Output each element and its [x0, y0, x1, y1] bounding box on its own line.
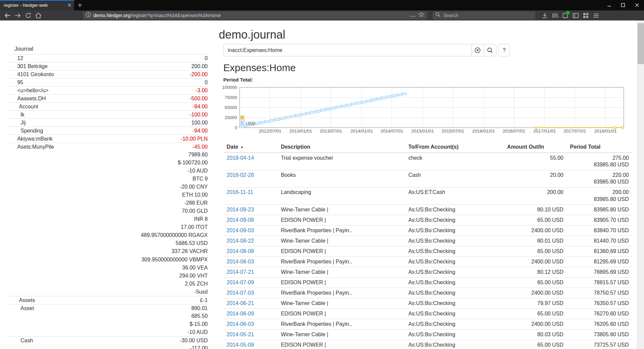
register-row: 2016-11-11LandscapingAs:US:ET:Cash200.00…	[223, 187, 632, 204]
clear-query-button[interactable]	[471, 44, 484, 56]
transaction-date-link[interactable]: 2014-09-23	[227, 207, 254, 212]
account-link[interactable]: Aktywa:mBank	[7, 135, 53, 143]
home-icon[interactable]	[33, 10, 44, 21]
bookmark-star-icon[interactable]	[418, 11, 424, 19]
description-column-header: Description	[278, 142, 405, 153]
account-link[interactable]: Aaasets:DH	[7, 95, 46, 102]
period-total-cell: 220.0083985.80 USD	[567, 170, 632, 187]
transaction-date-link[interactable]: 2014-06-21	[227, 300, 254, 306]
account-balance: 0	[205, 54, 208, 62]
amount-cell: 80.01 USD	[504, 236, 567, 246]
close-window-button[interactable]	[630, 0, 644, 10]
transaction-date-link[interactable]: 2014-06-03	[227, 321, 254, 327]
sidebar-balance-line: -10 AUD	[7, 167, 208, 175]
account-cell: check	[405, 153, 504, 170]
transaction-date-link[interactable]: 2014-08-03	[227, 259, 254, 264]
period-total-chart[interactable]: 2012/07/012013/01/012013/07/012014/01/01…	[221, 83, 625, 136]
browser-window: register - hledger-web	[0, 0, 644, 349]
account-link	[7, 280, 17, 288]
sidebar-account-row: 950	[7, 78, 208, 86]
account-link[interactable]: 95	[7, 79, 23, 86]
search-icon	[435, 11, 441, 19]
register-row: 2014-09-08EDISON POWER |As:US:Bo:Checkin…	[223, 215, 632, 225]
account-cell: As:US:Bo:Checking	[405, 288, 504, 298]
period-total-cell: 275.0083985.80 USD	[567, 153, 632, 170]
account-link[interactable]: Cash	[7, 337, 33, 344]
sort-asc-icon: ▲	[240, 145, 244, 149]
search-placeholder: Search	[443, 13, 459, 18]
period-total-cell: 81440.70 USD	[567, 236, 632, 246]
minimize-button[interactable]	[602, 0, 616, 10]
account-link[interactable]: 301 Beiträge	[7, 62, 48, 70]
account-link	[7, 159, 17, 167]
description-cell: Wine-Tarner Cable |	[278, 298, 405, 308]
help-button[interactable]: ?	[498, 44, 510, 56]
transaction-date-link[interactable]: 2014-07-21	[227, 269, 254, 275]
account-link[interactable]: 4101 Girokonto	[7, 70, 54, 78]
description-cell: EDISON POWER |	[278, 277, 405, 288]
register-row: 2014-09-23Wine-Tarner Cable |As:US:Bo:Ch…	[223, 204, 632, 215]
sidebar-balance-line: 2.05 ZCH	[7, 280, 208, 288]
svg-text:2017/01/01: 2017/01/01	[533, 129, 556, 134]
register-row: 2014-07-21Wine-Tarner Cable |As:US:Bo:Ch…	[223, 267, 632, 277]
transaction-date-link[interactable]: 2014-09-08	[227, 217, 254, 223]
svg-text:2014/01/01: 2014/01/01	[351, 129, 373, 134]
transaction-date-link[interactable]: 2014-07-03	[227, 290, 254, 296]
site-info-icon[interactable]	[86, 11, 91, 19]
account-balance: -100.00	[190, 111, 208, 118]
account-link[interactable]: lk	[7, 111, 24, 118]
account-cell: As:US:Bo:Checking	[405, 308, 504, 319]
sidebar-toggle-icon[interactable]	[570, 10, 581, 21]
back-icon[interactable]	[2, 10, 13, 21]
new-tab-button[interactable]	[74, 0, 86, 10]
forward-icon[interactable]	[13, 10, 23, 21]
transaction-date-link[interactable]: 2014-08-22	[227, 238, 254, 244]
sidebar-balance-line: 309.950000000000 VBMPX	[7, 256, 208, 264]
page-scrollbar[interactable]	[637, 20, 644, 349]
transaction-date-link[interactable]: 2014-05-21	[227, 332, 254, 337]
account-link	[7, 215, 17, 223]
sidebar-balance-line: -5usd	[7, 288, 208, 296]
menu-hamburger-icon[interactable]	[591, 10, 601, 21]
transaction-date-link[interactable]: 2014-08-08	[227, 248, 254, 254]
transaction-date-link[interactable]: 2014-06-09	[227, 311, 254, 316]
maximize-button[interactable]	[616, 0, 630, 10]
url-bar[interactable]: demo.hledger.org/register?q=inacct%3AExp…	[83, 11, 427, 19]
account-balance: 890.01	[191, 304, 208, 312]
tab-close-icon[interactable]	[67, 3, 71, 7]
query-input[interactable]	[223, 44, 472, 56]
reload-icon[interactable]	[23, 10, 34, 21]
date-cell: 2014-08-08	[223, 246, 278, 256]
account-link[interactable]: Asets:MunyPile	[7, 143, 54, 151]
transaction-date-link[interactable]: 2018-02-28	[227, 172, 254, 178]
account-cell: As:US:Bo:Checking	[405, 225, 504, 236]
account-link[interactable]: <u>hello</u>	[7, 87, 49, 94]
extension-icon[interactable]	[560, 10, 571, 21]
account-link[interactable]: Assets	[7, 296, 35, 304]
account-link[interactable]: Asset	[7, 304, 34, 312]
scrollbar-thumb[interactable]	[638, 23, 644, 64]
transaction-date-link[interactable]: 2014-09-03	[227, 228, 254, 233]
browser-search-box[interactable]: Search	[433, 11, 536, 19]
transaction-date-link[interactable]: 2016-11-11	[227, 189, 253, 195]
date-column-header[interactable]: Date▲	[223, 142, 278, 153]
account-cell: As:US:Bo:Checking	[405, 340, 504, 349]
account-link[interactable]: Spending	[7, 127, 43, 135]
sidebar-balance-line: 36.00 VEA	[7, 264, 208, 272]
page-actions-icon[interactable]	[410, 11, 416, 19]
transaction-date-link[interactable]: 2014-07-09	[227, 280, 254, 285]
account-link[interactable]: Jij	[7, 119, 26, 127]
transaction-date-link[interactable]: 2014-05-08	[227, 342, 254, 348]
submit-search-button[interactable]	[484, 44, 496, 56]
apps-grid-icon[interactable]	[581, 10, 591, 21]
journal-link[interactable]: Journal	[14, 45, 33, 52]
account-link[interactable]: 12	[7, 54, 23, 62]
transaction-date-link[interactable]: 2018-04-14	[227, 155, 254, 161]
account-link[interactable]: Account	[7, 103, 38, 110]
library-icon[interactable]	[550, 10, 560, 21]
description-cell: RiverBank Properties | Payin..	[278, 256, 405, 267]
browser-tab[interactable]: register - hledger-web	[0, 0, 74, 10]
downloads-icon[interactable]	[540, 10, 550, 21]
sidebar-balance-line: -288 EUR	[7, 199, 208, 207]
sidebar-balance-line: $-100720.00	[7, 159, 208, 167]
